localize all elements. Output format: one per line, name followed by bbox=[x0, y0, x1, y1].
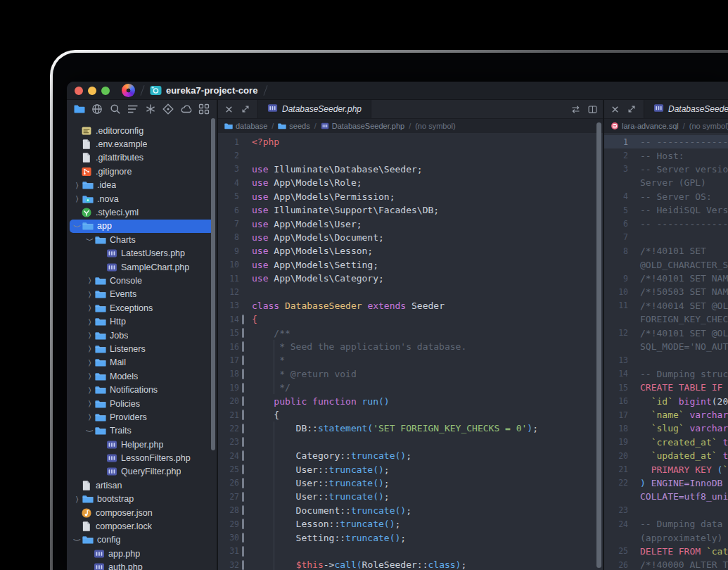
code-line[interactable]: 4use App\Models\Role; bbox=[218, 176, 603, 189]
expand-pane-button[interactable] bbox=[239, 103, 252, 115]
code-line[interactable]: 10use App\Models\Setting; bbox=[218, 258, 603, 272]
tree-item--gitattributes[interactable]: .gitattributes bbox=[67, 151, 217, 165]
code-line[interactable]: 6use Illuminate\Support\Facades\DB; bbox=[218, 203, 603, 217]
code-line[interactable]: 14-- Dumping structure for table lara-ad… bbox=[604, 367, 728, 381]
code-line[interactable]: 2 bbox=[218, 148, 603, 162]
split-editor-icon[interactable] bbox=[569, 103, 582, 115]
tab-databaseseeder-php[interactable]: DatabaseSeeder.php bbox=[257, 100, 371, 118]
code-line[interactable]: 8/*!40101 SET bbox=[604, 244, 728, 258]
code-line[interactable]: FOREIGN_KEY_CHECKS=0 */; bbox=[604, 312, 728, 326]
code-line[interactable]: 4-- Server OS: bbox=[604, 190, 728, 203]
layout-columns-icon[interactable] bbox=[586, 103, 599, 115]
chevron-right-icon[interactable]: 〉 bbox=[85, 318, 94, 326]
code-line[interactable]: 16 * Seed the application's database. bbox=[218, 340, 603, 353]
tree-item-latestusers-php[interactable]: LatestUsers.php bbox=[67, 247, 217, 260]
code-line[interactable]: 6-- ------------------------------------… bbox=[604, 217, 728, 230]
tree-item--env-example[interactable]: .env.example bbox=[67, 137, 217, 151]
tree-item-artisan[interactable]: artisan bbox=[67, 479, 217, 492]
tree-item-exceptions[interactable]: 〉Exceptions bbox=[67, 301, 217, 315]
code-line[interactable]: 11/*!40014 SET @OLD_FOREIGN_KEY_CHECKS=@… bbox=[604, 299, 728, 312]
breadcrumb-item[interactable]: seeds bbox=[278, 122, 309, 130]
code-line[interactable]: 19 `created_at` timestamp NULL bbox=[604, 436, 728, 449]
tree-item-listeners[interactable]: 〉Listeners bbox=[67, 342, 217, 355]
chevron-right-icon[interactable]: 〉 bbox=[72, 495, 82, 503]
chevron-right-icon[interactable]: 〉 bbox=[85, 372, 94, 380]
chevron-right-icon[interactable]: 〉 bbox=[72, 195, 82, 203]
tree-item-traits[interactable]: 〉Traits bbox=[67, 424, 217, 438]
toolbar-globe-button[interactable] bbox=[90, 102, 104, 116]
close-pane-button[interactable] bbox=[222, 103, 235, 115]
code-line[interactable]: 14{ bbox=[218, 312, 603, 326]
code-line[interactable]: COLLATE=utf8_unicode_ci; bbox=[604, 490, 728, 503]
chevron-down-icon[interactable]: 〉 bbox=[86, 426, 94, 436]
tree-item-composer-lock[interactable]: composer.lock bbox=[67, 519, 217, 533]
code-line[interactable]: 13 bbox=[604, 353, 728, 367]
code-line[interactable]: 12 bbox=[218, 285, 603, 298]
code-line[interactable]: 7 bbox=[604, 231, 728, 244]
code-line[interactable]: 9/*!40101 SET NAMES utf8 */; bbox=[604, 272, 728, 285]
chevron-down-icon[interactable]: 〉 bbox=[73, 536, 81, 545]
tree-item-http[interactable]: 〉Http bbox=[67, 315, 217, 328]
code-line[interactable]: 5use App\Models\Permission; bbox=[218, 190, 603, 203]
chevron-right-icon[interactable]: 〉 bbox=[85, 277, 94, 284]
code-line[interactable]: 23 bbox=[604, 504, 728, 517]
code-editor-right[interactable]: 1-- ------------------------------------… bbox=[604, 133, 728, 570]
minimize-button[interactable] bbox=[88, 87, 96, 95]
code-line[interactable]: 11use App\Models\Category; bbox=[218, 272, 603, 285]
code-line[interactable]: 10/*!50503 SET NAMES utf8mb4 */; bbox=[604, 285, 728, 298]
tab-databaseseeder-php-right[interactable]: DatabaseSeeder.php bbox=[644, 100, 728, 118]
code-line[interactable]: 24 Category::truncate(); bbox=[218, 449, 603, 462]
code-editor-main[interactable]: 1<?php23use Illuminate\Database\Seeder;4… bbox=[218, 133, 603, 570]
code-line[interactable]: 15 /** bbox=[218, 326, 603, 339]
chevron-right-icon[interactable]: 〉 bbox=[85, 331, 94, 339]
tree-item-composer-json[interactable]: composer.json bbox=[67, 506, 217, 519]
code-line[interactable]: @OLD_CHARACTER_SET_CLIENT=@@CHARACTER_SE… bbox=[604, 258, 728, 272]
tree-item-queryfilter-php[interactable]: QueryFilter.php bbox=[67, 465, 217, 479]
code-line[interactable]: 30 Setting::truncate(); bbox=[218, 531, 603, 544]
code-line[interactable]: 2-- Host: bbox=[604, 148, 728, 162]
code-line[interactable]: 3use Illuminate\Database\Seeder; bbox=[218, 163, 603, 176]
tree-item-providers[interactable]: 〉Providers bbox=[67, 410, 217, 424]
tree-item-mail[interactable]: 〉Mail bbox=[67, 356, 217, 369]
chevron-down-icon[interactable]: 〉 bbox=[86, 235, 94, 244]
code-line[interactable]: 7use App\Models\User; bbox=[218, 217, 603, 230]
chevron-right-icon[interactable]: 〉 bbox=[85, 413, 94, 421]
breadcrumb-item[interactable]: (no symbol) bbox=[689, 122, 728, 130]
code-line[interactable]: 21 PRIMARY KEY (`id`) bbox=[604, 462, 728, 476]
tree-item-events[interactable]: 〉Events bbox=[67, 288, 217, 301]
tree-item-auth-php[interactable]: auth.php bbox=[67, 561, 217, 570]
chevron-down-icon[interactable]: 〉 bbox=[73, 222, 81, 231]
tree-item-app[interactable]: 〉app bbox=[70, 220, 214, 233]
code-line[interactable]: 25DELETE FROM `categories`; bbox=[604, 545, 728, 558]
tree-item--nova[interactable]: 〉.nova bbox=[67, 192, 217, 205]
tree-item-bootstrap[interactable]: 〉bootstrap bbox=[67, 493, 217, 506]
toolbar-files-button[interactable] bbox=[72, 102, 87, 116]
tree-item--editorconfig[interactable]: .editorconfig bbox=[67, 124, 217, 137]
code-line[interactable]: 22 DB::statement('SET FOREIGN_KEY_CHECKS… bbox=[218, 422, 603, 435]
code-line[interactable]: 26 User::truncate(); bbox=[218, 476, 603, 490]
code-line[interactable]: 23 bbox=[218, 436, 603, 449]
expand-pane-button[interactable] bbox=[625, 103, 638, 115]
code-line[interactable]: 27 User::truncate(); bbox=[218, 490, 603, 503]
tree-item-samplechart-php[interactable]: SampleChart.php bbox=[67, 260, 217, 274]
code-line[interactable]: 16 `id` bigint(20) unsigned NOT NULL bbox=[604, 394, 728, 407]
close-pane-button[interactable] bbox=[608, 103, 621, 115]
close-button[interactable] bbox=[75, 87, 83, 95]
chevron-right-icon[interactable]: 〉 bbox=[85, 345, 94, 353]
toolbar-search-button[interactable] bbox=[108, 102, 122, 116]
breadcrumb-item[interactable]: database bbox=[224, 122, 267, 130]
chevron-right-icon[interactable]: 〉 bbox=[72, 182, 82, 189]
tree-item--styleci-yml[interactable]: .styleci.yml bbox=[67, 205, 217, 219]
code-line[interactable]: 8use App\Models\Document; bbox=[218, 231, 603, 244]
toolbar-cloud-button[interactable] bbox=[179, 102, 193, 116]
toolbar-lines-button[interactable] bbox=[126, 102, 140, 116]
code-line[interactable]: 17 * bbox=[218, 353, 603, 367]
sidebar-scrollbar[interactable] bbox=[211, 118, 215, 450]
code-line[interactable]: Server (GPL) bbox=[604, 176, 728, 189]
code-line[interactable]: 9use App\Models\Lesson; bbox=[218, 244, 603, 258]
code-line[interactable]: 1-- ------------------------------------… bbox=[604, 135, 728, 148]
code-line[interactable]: 28 Document::truncate(); bbox=[218, 504, 603, 517]
tree-item-policies[interactable]: 〉Policies bbox=[67, 397, 217, 410]
editor-scrollbar[interactable] bbox=[596, 122, 601, 568]
code-line[interactable]: 25 User::truncate(); bbox=[218, 462, 603, 476]
